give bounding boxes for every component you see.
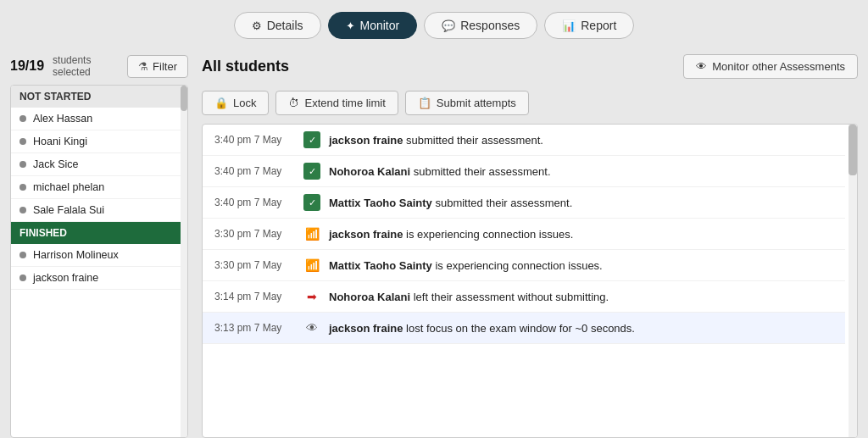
activity-text: jackson fraine submitted their assessmen… xyxy=(329,134,833,147)
check-icon: ✓ xyxy=(303,194,320,211)
list-item: michael phelan xyxy=(11,176,187,199)
activity-text: Nohoroa Kalani left their assessment wit… xyxy=(329,291,833,303)
student-name: Harrison Molineux xyxy=(33,249,119,261)
tab-details-label: Details xyxy=(267,19,303,32)
activity-text: jackson fraine lost focus on the exam wi… xyxy=(329,322,833,335)
submit-attempts-button[interactable]: 📋 Submit attempts xyxy=(405,91,529,115)
scrollbar-thumb[interactable] xyxy=(181,86,187,111)
list-item: Hoani Kingi xyxy=(11,130,187,153)
activity-time: 3:30 pm 7 May xyxy=(214,259,295,271)
scrollbar-track[interactable] xyxy=(181,86,187,437)
clock-icon: ⏱ xyxy=(288,97,299,109)
student-status-dot xyxy=(19,184,26,191)
activity-time: 3:40 pm 7 May xyxy=(214,197,295,208)
activity-time: 3:14 pm 7 May xyxy=(214,291,295,302)
activity-message: submitted their assessment. xyxy=(410,165,550,178)
activity-text: jackson fraine is experiencing connectio… xyxy=(329,228,833,241)
activity-row: 3:40 pm 7 May ✓ Mattix Taoho Sainty subm… xyxy=(203,187,845,219)
activity-message: is experiencing connection issues. xyxy=(403,228,573,241)
activity-message: submitted their assessment. xyxy=(432,197,572,209)
extend-time-button[interactable]: ⏱ Extend time limit xyxy=(275,91,398,115)
student-name: Alex Hassan xyxy=(33,113,92,125)
lock-icon: 🔒 xyxy=(214,97,228,109)
student-name: jackson fraine xyxy=(33,272,98,284)
student-status-dot xyxy=(19,138,26,145)
finished-header: FINISHED xyxy=(11,222,187,244)
activity-row: 3:30 pm 7 May 📶 Mattix Taoho Sainty is e… xyxy=(203,250,845,281)
monitor-icon: ✦ xyxy=(346,19,355,32)
students-count: 19/19 xyxy=(10,58,44,74)
student-name: Sale Falala Sui xyxy=(33,204,104,216)
activity-time: 3:40 pm 7 May xyxy=(214,165,295,177)
activity-time: 3:40 pm 7 May xyxy=(214,134,295,146)
activity-name: Mattix Taoho Sainty xyxy=(329,197,432,209)
check-icon: ✓ xyxy=(303,163,320,180)
activity-row: 3:40 pm 7 May ✓ jackson fraine submitted… xyxy=(203,125,845,156)
submit-label: Submit attempts xyxy=(437,97,516,109)
tab-report[interactable]: 📊 Report xyxy=(544,12,634,39)
lock-label: Lock xyxy=(233,97,256,109)
list-item: Sale Falala Sui xyxy=(11,199,187,222)
right-header: All students 👁 Monitor other Assessments xyxy=(202,49,858,86)
wifi-off-icon: 📶 xyxy=(303,225,320,242)
activity-log: 3:40 pm 7 May ✓ jackson fraine submitted… xyxy=(202,124,858,438)
activity-message: submitted their assessment. xyxy=(403,134,542,147)
activity-row-highlighted: 3:13 pm 7 May 👁 jackson fraine lost focu… xyxy=(203,313,845,344)
log-scrollbar-thumb[interactable] xyxy=(849,125,857,175)
tab-bar: ⚙ Details ✦ Monitor 💬 Responses 📊 Report xyxy=(0,0,868,49)
lock-button[interactable]: 🔒 Lock xyxy=(202,91,269,115)
details-icon: ⚙ xyxy=(252,19,262,32)
action-bar: 🔒 Lock ⏱ Extend time limit 📋 Submit atte… xyxy=(202,86,858,124)
log-scrollbar-track[interactable] xyxy=(849,125,857,437)
tab-details[interactable]: ⚙ Details xyxy=(234,12,321,39)
submit-icon: 📋 xyxy=(418,97,431,109)
content-area: 19/19 students selected ⚗ Filter NOT STA… xyxy=(0,49,868,438)
tab-responses[interactable]: 💬 Responses xyxy=(424,12,537,39)
student-name: michael phelan xyxy=(33,181,104,193)
monitor-other-assessments-button[interactable]: 👁 Monitor other Assessments xyxy=(683,54,858,79)
app-container: ⚙ Details ✦ Monitor 💬 Responses 📊 Report… xyxy=(0,0,868,438)
left-panel: 19/19 students selected ⚗ Filter NOT STA… xyxy=(10,49,188,438)
responses-icon: 💬 xyxy=(442,19,455,32)
activity-message: is experiencing connection issues. xyxy=(432,259,603,272)
activity-row: 3:14 pm 7 May ➡ Nohoroa Kalani left thei… xyxy=(203,281,845,313)
activity-message: left their assessment without submitting… xyxy=(410,291,609,303)
activity-row: 3:30 pm 7 May 📶 jackson fraine is experi… xyxy=(203,219,845,250)
list-item: Jack Sice xyxy=(11,153,187,176)
student-name: Jack Sice xyxy=(33,158,79,170)
activity-text: Nohoroa Kalani submitted their assessmen… xyxy=(329,165,833,178)
filter-label: Filter xyxy=(153,60,177,73)
filter-icon: ⚗ xyxy=(138,60,148,73)
activity-message: lost focus on the exam window for ~0 sec… xyxy=(403,322,635,335)
not-started-header: NOT STARTED xyxy=(11,86,187,108)
activity-time: 3:13 pm 7 May xyxy=(214,322,295,334)
student-status-dot xyxy=(19,207,26,213)
page-title: All students xyxy=(202,58,289,75)
activity-row: 3:40 pm 7 May ✓ Nohoroa Kalani submitted… xyxy=(203,156,845,187)
extend-time-label: Extend time limit xyxy=(304,97,385,109)
activity-time: 3:30 pm 7 May xyxy=(214,228,295,240)
activity-name: Nohoroa Kalani xyxy=(329,291,410,303)
student-list: NOT STARTED Alex Hassan Hoani Kingi Jack… xyxy=(10,85,188,438)
activity-text: Mattix Taoho Sainty is experiencing conn… xyxy=(329,259,833,272)
activity-text: Mattix Taoho Sainty submitted their asse… xyxy=(329,197,833,209)
check-icon: ✓ xyxy=(303,131,320,148)
monitor-btn-label: Monitor other Assessments xyxy=(712,60,845,73)
students-label: students selected xyxy=(53,54,115,78)
student-status-dot xyxy=(19,161,26,168)
eye-icon: 👁 xyxy=(696,60,707,73)
activity-name: jackson fraine xyxy=(329,134,403,147)
filter-button[interactable]: ⚗ Filter xyxy=(127,55,188,78)
report-icon: 📊 xyxy=(562,19,576,32)
student-status-dot xyxy=(19,252,26,258)
activity-name: Mattix Taoho Sainty xyxy=(329,259,432,272)
wifi-off-icon: 📶 xyxy=(303,257,320,274)
tab-monitor[interactable]: ✦ Monitor xyxy=(328,12,418,39)
student-name: Hoani Kingi xyxy=(33,136,87,147)
list-item: Alex Hassan xyxy=(11,108,187,130)
activity-scroll-area[interactable]: 3:40 pm 7 May ✓ jackson fraine submitted… xyxy=(203,125,857,437)
exit-icon: ➡ xyxy=(303,288,320,305)
activity-name: Nohoroa Kalani xyxy=(329,165,410,178)
list-item: Harrison Molineux xyxy=(11,244,187,267)
activity-name: jackson fraine xyxy=(329,322,403,335)
